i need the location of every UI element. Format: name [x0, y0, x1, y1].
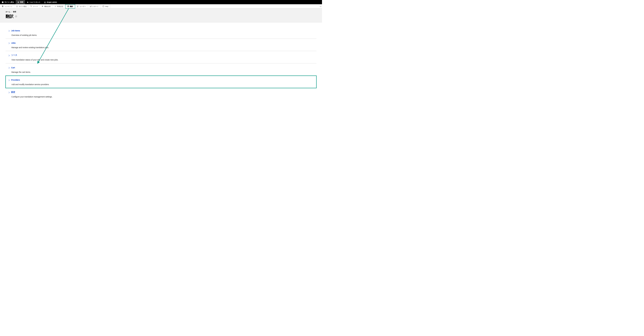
help-icon: ? — [102, 5, 104, 8]
task-item-cart: Cart Manage the cart items. — [6, 63, 316, 76]
svg-rect-10 — [90, 6, 91, 7]
tab-structure[interactable]: サイト構築 — [14, 4, 28, 9]
breadcrumb-admin[interactable]: 管理 — [13, 11, 16, 13]
header-region: ホーム › 管理 翻訳 — [0, 9, 322, 22]
svg-point-1 — [45, 2, 46, 2]
collapse-button[interactable] — [319, 5, 321, 8]
task-link[interactable]: Jobs — [11, 42, 16, 44]
favorite-star-icon[interactable] — [15, 14, 17, 18]
tab-label: Help — [105, 6, 108, 7]
breadcrumb: ホーム › 管理 — [6, 11, 316, 13]
menu-icon — [18, 1, 19, 3]
shortcuts-link[interactable]: ショートカット — [25, 0, 42, 4]
users-icon — [77, 5, 79, 8]
task-item-jobs: Jobs Manage and review existing translat… — [6, 39, 316, 51]
task-description: Add and modify translation service provi… — [12, 83, 314, 86]
shortcuts-label: ショートカット — [30, 1, 40, 3]
task-description: Manage and review existing translation j… — [12, 46, 314, 49]
svg-rect-4 — [18, 7, 18, 7]
task-list: Job Items Overview of existing job items… — [6, 27, 316, 100]
task-link[interactable]: 設定 — [11, 91, 15, 94]
task-link[interactable]: Providers — [11, 79, 20, 81]
svg-rect-11 — [91, 6, 92, 7]
svg-text:?: ? — [103, 6, 104, 7]
task-description: View translation status of your site and… — [12, 59, 314, 61]
user-label: drupal_admin — [47, 1, 57, 3]
tab-label: レポート — [92, 5, 98, 8]
page-title: 翻訳 — [6, 14, 14, 19]
task-description: Overview of existing job items. — [12, 34, 314, 36]
tab-help[interactable]: ? Help — [100, 4, 110, 9]
svg-rect-3 — [16, 7, 17, 7]
task-link[interactable]: Job Items — [11, 30, 20, 32]
svg-rect-9 — [90, 7, 90, 7]
task-link[interactable]: Cart — [11, 67, 15, 69]
chevron-right-icon — [8, 90, 10, 94]
chevron-right-icon — [8, 78, 10, 82]
tab-appearance[interactable]: テーマ — [28, 4, 40, 9]
task-link[interactable]: ソース — [11, 54, 17, 57]
task-item-sources: ソース View translation status of your site… — [6, 51, 316, 63]
structure-icon — [16, 5, 18, 8]
svg-point-5 — [31, 6, 32, 7]
tab-label: テーマ — [33, 5, 38, 8]
topbar: サイトへ戻る 管理 ショートカット drupal_admin — [0, 0, 322, 4]
tab-label: ユーザー — [80, 5, 86, 8]
tab-config[interactable]: 環境設定 — [52, 4, 65, 9]
svg-point-0 — [2, 1, 4, 3]
user-icon — [44, 1, 46, 3]
appearance-icon — [30, 5, 32, 8]
chevron-right-icon — [8, 29, 10, 33]
tab-content[interactable]: コンテンツ — [0, 4, 14, 9]
page-title-row: 翻訳 — [6, 14, 316, 19]
tab-label: 機能拡張 — [44, 5, 50, 8]
extend-icon — [42, 5, 44, 8]
tab-extend[interactable]: 機能拡張 — [40, 4, 52, 9]
user-link[interactable]: drupal_admin — [42, 0, 59, 4]
manage-label: 管理 — [20, 1, 23, 3]
breadcrumb-home[interactable]: ホーム — [6, 11, 10, 13]
manage-link[interactable]: 管理 — [16, 0, 25, 4]
config-icon — [54, 5, 56, 8]
tab-label: コンテンツ — [4, 5, 12, 8]
back-icon — [2, 1, 4, 3]
svg-point-8 — [78, 6, 78, 6]
tab-label: サイト構築 — [19, 5, 26, 8]
svg-point-7 — [77, 6, 78, 6]
task-description: Configure your translation management se… — [12, 96, 314, 98]
task-description: Manage the cart items. — [12, 71, 314, 73]
chevron-right-icon — [8, 66, 10, 70]
breadcrumb-separator: › — [12, 11, 12, 13]
back-to-site-label: サイトへ戻る — [4, 1, 14, 3]
globe-icon — [67, 5, 69, 8]
reports-icon — [90, 5, 92, 8]
star-filled-icon — [27, 1, 28, 3]
svg-rect-2 — [17, 6, 17, 6]
chevron-right-icon — [8, 53, 10, 57]
collapse-icon — [319, 5, 321, 8]
document-icon — [2, 5, 4, 8]
content: Job Items Overview of existing job items… — [0, 22, 322, 100]
chevron-right-icon — [8, 41, 10, 45]
tab-label: 翻訳 — [70, 5, 73, 8]
admin-tabs: コンテンツ サイト構築 テーマ 機能拡張 環境設定 翻訳 ユーザー レポート ?… — [0, 4, 322, 9]
tab-translation[interactable]: 翻訳 — [65, 4, 75, 9]
tab-users[interactable]: ユーザー — [75, 4, 88, 9]
task-item-providers: Providers Add and modify translation ser… — [6, 76, 316, 88]
tab-label: 環境設定 — [57, 5, 63, 8]
task-item-settings: 設定 Configure your translation management… — [6, 88, 316, 100]
back-to-site-link[interactable]: サイトへ戻る — [0, 0, 16, 4]
task-item-job-items: Job Items Overview of existing job items… — [6, 27, 316, 39]
tab-reports[interactable]: レポート — [88, 4, 100, 9]
